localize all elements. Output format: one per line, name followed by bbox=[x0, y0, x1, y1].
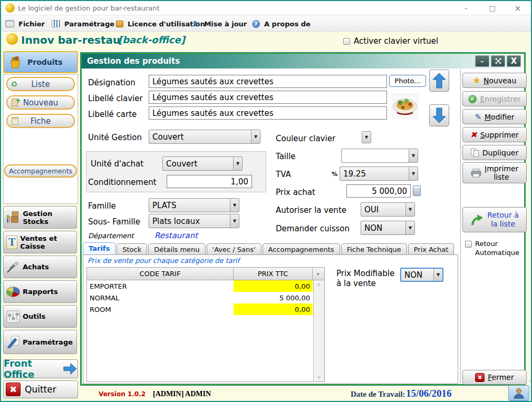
dupliquer-button[interactable]: Dupliquer bbox=[462, 145, 527, 160]
virtual-keyboard-label: Activer clavier virtuel bbox=[354, 36, 438, 46]
user-session-button[interactable] bbox=[508, 385, 529, 401]
file-cabinet-icon bbox=[5, 20, 14, 27]
tab-avec-sans[interactable]: 'Avec / Sans' bbox=[207, 243, 262, 255]
produits-subpanel: ♻ Liste + Nouveau Fiche Accompagnements bbox=[3, 74, 78, 204]
move-up-button[interactable] bbox=[429, 70, 449, 92]
tab-caption: Prix de vente pour chaque catégorie de t… bbox=[88, 257, 239, 264]
demander-cuisson-select[interactable]: NON▼ bbox=[361, 221, 415, 235]
menu-fichier[interactable]: Fichier bbox=[5, 16, 45, 32]
check-circle-icon: ✔ bbox=[468, 95, 477, 103]
imprimer-liste-button[interactable]: Imprimer liste bbox=[462, 162, 527, 183]
window-titlebar[interactable]: Gestion des produits bbox=[82, 54, 524, 68]
supprimer-button[interactable]: ✖ Supprimer bbox=[462, 127, 527, 142]
sidebar-item-parametrage[interactable]: Paramétrage bbox=[3, 330, 77, 354]
brand-ball-icon bbox=[6, 33, 18, 45]
quitter-button[interactable]: ✖ Quitter bbox=[3, 380, 78, 398]
tab-stock[interactable]: Stock bbox=[117, 243, 147, 255]
col-code-tarif[interactable]: CODE TARIF bbox=[87, 268, 234, 280]
sidebar-item-nouveau[interactable]: + Nouveau bbox=[6, 95, 75, 110]
chevron-down-icon: ▼ bbox=[405, 221, 414, 234]
menu-a-propos[interactable]: ? A propos de bbox=[252, 16, 311, 32]
window-close-button[interactable]: X bbox=[507, 55, 521, 67]
famille-select[interactable]: PLATS▼ bbox=[149, 198, 239, 212]
minimize-button[interactable]: – bbox=[457, 3, 475, 14]
table-row[interactable]: ROOM 0,00 bbox=[87, 303, 324, 315]
fermer-button[interactable]: ✖ Fermer bbox=[462, 370, 527, 385]
sous-famille-select[interactable]: Plats locaux▼ bbox=[149, 214, 239, 228]
scroll-down-icon[interactable]: ∨ bbox=[314, 375, 324, 380]
photo-button[interactable]: Photo... bbox=[389, 75, 426, 87]
tab-accompagnements[interactable]: Accompagnements bbox=[263, 243, 340, 255]
purchases-icon bbox=[6, 260, 20, 274]
sidebar-item-ventes-et-caisse[interactable]: T Ventes et Caisse bbox=[3, 231, 77, 253]
unite-gestion-select[interactable]: Couvert▼ bbox=[149, 130, 260, 144]
resize-grip[interactable] bbox=[529, 377, 532, 382]
sidebar-item-achats[interactable]: Achats bbox=[3, 256, 77, 278]
menu-parametrage[interactable]: Paramétrage bbox=[52, 16, 114, 32]
maximize-button[interactable]: □ bbox=[483, 3, 501, 14]
table-corner-arrow-icon[interactable]: ▸ bbox=[313, 268, 324, 280]
autoriser-vente-label: Autoriser la vente bbox=[276, 205, 346, 215]
chevron-down-icon: ▼ bbox=[409, 167, 418, 180]
sidebar-item-outils[interactable]: Outils bbox=[3, 305, 77, 328]
tab-tarifs[interactable]: Tarifs bbox=[83, 242, 115, 255]
front-office-button[interactable]: Front Office bbox=[3, 359, 78, 378]
tva-select[interactable]: 19.25▼ bbox=[340, 166, 418, 181]
retour-automatique-checkbox[interactable] bbox=[465, 241, 472, 248]
calculator-icon[interactable] bbox=[413, 185, 421, 196]
arrow-up-icon bbox=[432, 72, 447, 89]
sidebar-item-rapports[interactable]: Rapports bbox=[3, 280, 77, 303]
sidebar-item-produits[interactable]: Produits bbox=[3, 51, 78, 73]
brand-mode: [back-office] bbox=[118, 34, 185, 45]
prix-modifiable-select[interactable]: NON▼ bbox=[400, 268, 443, 282]
designation-input[interactable]: Légumes sautés aux crevettes bbox=[149, 75, 387, 88]
sidebar-item-gestion-stocks[interactable]: Gestion Stocks bbox=[3, 206, 77, 229]
star-icon: ★ bbox=[473, 75, 480, 85]
tarif-table: CODE TARIF PRIX TTC ▸ EMPORTER 0,00 NORM… bbox=[86, 267, 325, 382]
conditionnement-input[interactable]: 1,00 bbox=[167, 175, 252, 188]
menu-mise-a-jour[interactable]: ↻ Mise à jour bbox=[193, 16, 247, 32]
prix-modifiable-label: Prix Modifiable à la vente bbox=[336, 269, 400, 289]
arrow-down-icon bbox=[432, 107, 447, 124]
window-minimize-button[interactable]: – bbox=[475, 55, 489, 67]
tab-prix-achat[interactable]: Prix Achat bbox=[408, 243, 454, 255]
sidebar-item-accompagnements[interactable]: Accompagnements bbox=[4, 164, 77, 178]
window-expand-button[interactable] bbox=[491, 55, 505, 67]
sidebar-item-liste[interactable]: ♻ Liste bbox=[6, 77, 75, 91]
table-row[interactable]: EMPORTER 0,00 bbox=[87, 280, 324, 292]
prix-achat-input[interactable]: 5 000,00 bbox=[346, 184, 411, 198]
retour-liste-button[interactable]: Retour à la liste bbox=[462, 207, 527, 232]
couleur-dropdown-button[interactable]: ▼ bbox=[362, 131, 371, 143]
expand-icon bbox=[495, 58, 501, 64]
stocks-icon bbox=[6, 211, 20, 224]
tab-fiche-technique[interactable]: Fiche Technique bbox=[341, 243, 407, 255]
modifier-button[interactable]: ✎ Modifier bbox=[462, 109, 527, 124]
tab-details-menu[interactable]: Détails menu bbox=[148, 243, 205, 255]
chevron-down-icon: ▼ bbox=[230, 199, 239, 212]
close-button[interactable]: × bbox=[509, 3, 527, 14]
autoriser-vente-select[interactable]: OUI▼ bbox=[361, 202, 415, 217]
move-down-button[interactable] bbox=[429, 104, 449, 126]
scroll-up-icon[interactable]: ∧ bbox=[314, 282, 324, 287]
col-prix-ttc[interactable]: PRIX TTC bbox=[234, 268, 313, 280]
table-row[interactable]: NORMAL 5 000,00 bbox=[87, 292, 324, 303]
delete-x-icon: ✖ bbox=[470, 130, 477, 140]
tva-label: TVA bbox=[276, 170, 291, 179]
menu-licence[interactable]: Licence d'utilisation bbox=[116, 16, 205, 32]
window-title-text: Gestion des produits bbox=[82, 56, 180, 66]
libelle-clavier-input[interactable]: Légumes sautés aux crevettes bbox=[149, 91, 387, 104]
virtual-keyboard-checkbox[interactable] bbox=[343, 38, 350, 45]
nouveau-button[interactable]: ★ Nouveau bbox=[462, 73, 527, 88]
chevron-down-icon: ▼ bbox=[405, 203, 414, 216]
tva-percent-sign: % bbox=[332, 171, 337, 178]
table-vertical-scrollbar[interactable]: ∧ ∨ bbox=[313, 280, 324, 381]
taille-select[interactable]: ▼ bbox=[341, 149, 418, 163]
chevron-down-icon: ▼ bbox=[433, 269, 442, 281]
sidebar: Produits ♻ Liste + Nouveau Fiche Accompa… bbox=[2, 50, 79, 400]
enregistrer-button[interactable]: ✔ Enregistrer bbox=[462, 91, 527, 106]
libelle-carte-input[interactable]: Légumes sautés aux crevettes bbox=[149, 106, 387, 120]
sidebar-item-fiche[interactable]: Fiche bbox=[6, 114, 75, 128]
libelle-clavier-label: Libellé clavier bbox=[88, 94, 143, 103]
unite-achat-select[interactable]: Couvert▼ bbox=[162, 156, 243, 171]
os-titlebar: Le logiciel de gestion pour bar-restaura… bbox=[1, 1, 531, 15]
